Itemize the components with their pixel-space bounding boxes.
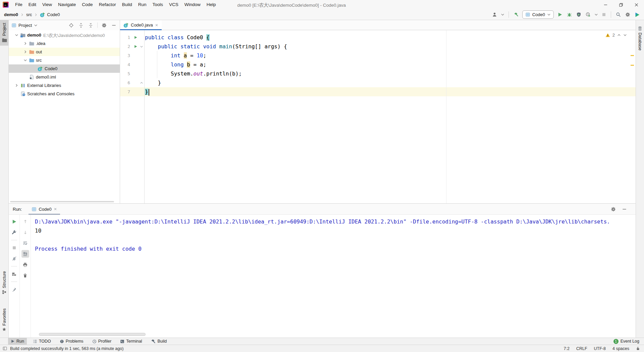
debug-button[interactable] <box>566 11 573 18</box>
toolwindow-button-build[interactable]: Build <box>148 338 169 345</box>
menu-item-refactor[interactable]: Refactor <box>96 0 119 9</box>
tree-item-external-libraries[interactable]: External Libraries <box>9 81 120 90</box>
status-message[interactable]: Build completed successfully in 1 sec, 5… <box>10 346 123 351</box>
chevron-down-icon[interactable] <box>13 33 19 37</box>
menu-item-window[interactable]: Window <box>181 0 204 9</box>
coverage-button[interactable] <box>576 11 582 18</box>
fold-marker-icon[interactable] <box>139 78 144 87</box>
locate-file-icon[interactable] <box>68 22 74 29</box>
toolwindow-button-todo[interactable]: TODO <box>30 338 54 345</box>
toolwindow-button-profiler[interactable]: Profiler <box>90 338 114 345</box>
code-line-6[interactable]: 6 } <box>120 78 636 87</box>
run-line-icon[interactable] <box>132 33 139 42</box>
toolwindow-tab-favorites[interactable]: Favorites <box>2 306 7 334</box>
tree-item-demo0-iml[interactable]: demo0.iml <box>9 73 120 81</box>
hide-run-panel-icon[interactable] <box>621 206 628 212</box>
readonly-lock-icon[interactable] <box>636 346 640 351</box>
pin-tab-icon[interactable] <box>10 286 18 293</box>
code-line-5[interactable]: 5 System.out.println(b); <box>120 69 636 78</box>
code-editor[interactable]: 1public class Code0 {2 public static voi… <box>120 30 636 203</box>
console-line[interactable]: 10 <box>35 226 636 235</box>
chevron-down-icon[interactable] <box>22 58 28 62</box>
toolwindow-button-terminal[interactable]: Terminal <box>117 338 145 345</box>
menu-item-file[interactable]: File <box>12 0 25 9</box>
user-account-icon[interactable] <box>491 11 498 18</box>
chevron-right-icon[interactable] <box>13 84 19 87</box>
build-hammer-icon[interactable] <box>513 11 519 18</box>
tree-item-src[interactable]: src <box>9 56 120 64</box>
inspection-widget[interactable]: 2 <box>605 33 627 38</box>
hide-panel-icon[interactable] <box>111 22 117 29</box>
close-button[interactable] <box>629 0 644 9</box>
profiler-button[interactable] <box>585 11 591 18</box>
toolwindow-tab-structure[interactable]: Structure <box>2 268 7 297</box>
editor-tab-code0[interactable]: c Code0.java <box>120 20 162 30</box>
menu-item-run[interactable]: Run <box>135 0 150 9</box>
console-line[interactable]: D:\Java\JDK\bin\java.exe "-javaagent:D:\… <box>35 217 636 226</box>
run-button[interactable] <box>557 11 563 18</box>
soft-wrap-icon[interactable] <box>21 239 29 247</box>
rerun-button[interactable] <box>10 218 18 225</box>
down-stacktrace-icon[interactable] <box>21 229 29 236</box>
menu-item-edit[interactable]: Edit <box>25 0 39 9</box>
settings-gear-icon[interactable] <box>625 11 631 18</box>
expand-all-icon[interactable] <box>78 22 84 29</box>
console-line[interactable] <box>35 235 636 244</box>
toolwindow-tab-database[interactable]: Database <box>636 23 644 53</box>
menu-item-code[interactable]: Code <box>79 0 96 9</box>
menu-item-build[interactable]: Build <box>119 0 135 9</box>
stop-process-button[interactable] <box>10 244 18 252</box>
up-stacktrace-icon[interactable] <box>21 218 29 225</box>
panel-settings-gear-icon[interactable] <box>101 22 107 29</box>
line-number[interactable]: 6 <box>120 78 132 87</box>
search-everywhere-icon[interactable] <box>615 11 622 18</box>
horizontal-scrollbar[interactable] <box>10 201 114 202</box>
breadcrumb-item-code0[interactable]: cCode0 <box>40 12 60 17</box>
console-line[interactable]: Process finished with exit code 0 <box>35 244 636 253</box>
toolwindow-button-problems[interactable]: Problems <box>57 338 86 345</box>
tree-item-scratches-and-consoles[interactable]: Scratches and Consoles <box>9 90 120 98</box>
fold-marker-icon[interactable] <box>139 42 144 51</box>
caret-position[interactable]: 7:2 <box>564 346 570 351</box>
line-number[interactable]: 4 <box>120 60 132 69</box>
line-number[interactable]: 3 <box>120 51 132 60</box>
close-tab-icon[interactable] <box>54 207 57 211</box>
run-tab-code0[interactable]: Code0 <box>29 204 60 214</box>
code-line-1[interactable]: 1public class Code0 { <box>120 33 636 42</box>
event-log-button[interactable]: 1 Event Log <box>613 339 639 344</box>
learn-plugin-icon[interactable] <box>634 11 641 18</box>
line-number[interactable]: 2 <box>120 42 132 51</box>
line-number[interactable]: 5 <box>120 69 132 78</box>
file-encoding[interactable]: UTF-8 <box>594 346 606 351</box>
run-settings-gear-icon[interactable] <box>610 206 616 212</box>
line-ending[interactable]: CRLF <box>576 346 587 351</box>
prev-problem-icon[interactable] <box>617 33 621 37</box>
warning-stripe-mark[interactable] <box>631 55 634 56</box>
line-number[interactable]: 7 <box>120 87 132 96</box>
tree-item-demo0[interactable]: demo0E:\农大\Java\demoCode\demo0 <box>9 31 120 39</box>
toolwindow-switcher-icon[interactable] <box>3 346 7 351</box>
toolwindow-button-run[interactable]: Run <box>8 338 27 345</box>
code-line-3[interactable]: 3 int a = 10; <box>120 51 636 60</box>
code-line-4[interactable]: 4 long b = a; <box>120 60 636 69</box>
code-line-2[interactable]: 2 public static void main(String[] args)… <box>120 42 636 51</box>
next-problem-icon[interactable] <box>623 33 627 37</box>
indent-setting[interactable]: 4 spaces <box>612 346 629 351</box>
toolwindow-tab-project[interactable]: Project <box>0 20 8 46</box>
menu-item-help[interactable]: Help <box>204 0 219 9</box>
menu-item-tools[interactable]: Tools <box>149 0 166 9</box>
run-console-output[interactable]: D:\Java\JDK\bin\java.exe "-javaagent:D:\… <box>31 215 636 338</box>
restore-layout-icon[interactable] <box>10 270 18 278</box>
code-line-7[interactable]: 7} <box>120 87 636 96</box>
restore-button[interactable] <box>613 0 629 9</box>
breadcrumb-item-demo0[interactable]: demo0 <box>4 12 18 17</box>
scroll-to-end-icon[interactable] <box>21 250 29 258</box>
clear-all-icon[interactable] <box>21 271 29 279</box>
print-icon[interactable] <box>21 261 29 268</box>
tree-item-code0[interactable]: cCode0 <box>9 64 120 73</box>
breadcrumb-item-src[interactable]: src <box>26 12 32 17</box>
line-number[interactable]: 1 <box>120 33 132 42</box>
menu-item-vcs[interactable]: VCS <box>166 0 181 9</box>
stop-button[interactable] <box>601 12 607 17</box>
tree-item--idea[interactable]: .idea <box>9 39 120 48</box>
